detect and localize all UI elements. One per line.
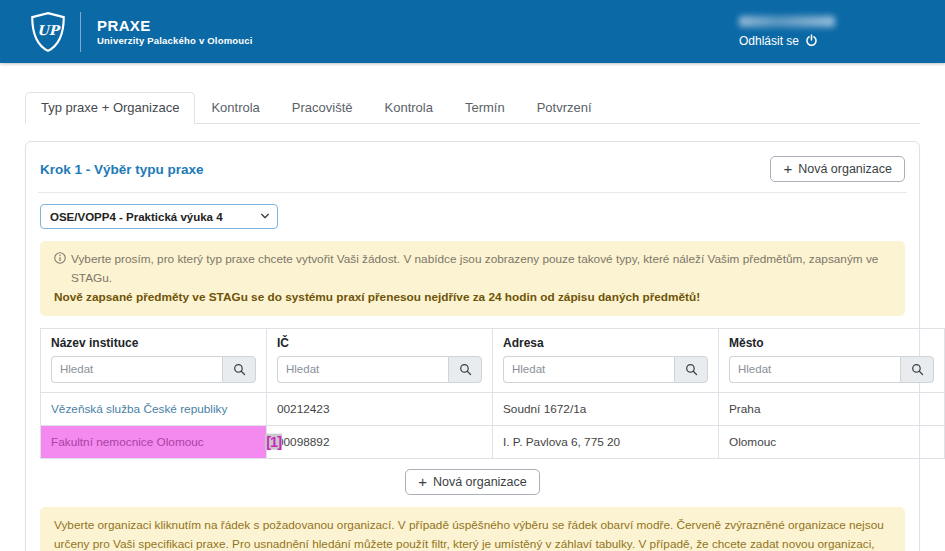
power-icon bbox=[805, 34, 818, 47]
highlighted-cell: Fakultní nemocnice Olomouc [1] bbox=[41, 425, 267, 458]
header-divider bbox=[80, 12, 81, 52]
header-user-area: Odhlásit se bbox=[739, 16, 818, 48]
app-title: PRAXE bbox=[97, 17, 253, 36]
info-alert-line2: Nově zapsané předměty ve STAGu se do sys… bbox=[54, 288, 891, 307]
search-icon bbox=[685, 363, 698, 376]
page-body: Typ praxe + Organizace Kontrola Pracoviš… bbox=[0, 92, 945, 551]
app-header: UP PRAXE Univerzity Palackého v Olomouci… bbox=[0, 0, 945, 63]
search-icon bbox=[911, 363, 924, 376]
column-header-mesto: Město bbox=[719, 328, 945, 352]
filter-city-input[interactable] bbox=[729, 356, 900, 383]
new-organization-label: Nová organizace bbox=[433, 475, 527, 489]
app-subtitle: Univerzity Palackého v Olomouci bbox=[97, 35, 253, 46]
annotation-mark-1: [1] bbox=[265, 433, 282, 450]
organization-city: Olomouc bbox=[719, 425, 945, 458]
organization-ic: 00098892 bbox=[267, 425, 493, 458]
card-header: Krok 1 - Výběr typu praxe + Nová organiz… bbox=[38, 154, 907, 193]
column-header-ic: IČ bbox=[267, 328, 493, 352]
info-icon bbox=[54, 252, 66, 264]
logo-monogram: UP bbox=[37, 21, 61, 37]
tab-pracoviste[interactable]: Pracoviště bbox=[276, 92, 369, 124]
step-title: Krok 1 - Výběr typu praxe bbox=[40, 162, 204, 177]
filter-city-search-button[interactable] bbox=[900, 356, 934, 383]
organization-ic: 00212423 bbox=[267, 392, 493, 425]
column-header-nazev-instituce: Název instituce bbox=[41, 328, 267, 352]
tab-typ-praxe-organizace[interactable]: Typ praxe + Organizace bbox=[25, 92, 195, 124]
organization-city: Praha bbox=[719, 392, 945, 425]
tab-kontrola-2[interactable]: Kontrola bbox=[369, 92, 449, 124]
organizations-table: Název instituce IČ Adresa Město Stav bbox=[40, 328, 945, 459]
plus-icon: + bbox=[418, 474, 427, 489]
practice-type-select-wrap: OSE/VOPP4 - Praktická výuka 4 bbox=[40, 204, 278, 229]
plus-icon: + bbox=[783, 161, 792, 176]
shield-logo-icon: UP bbox=[30, 11, 66, 53]
filter-name-input[interactable] bbox=[51, 356, 222, 383]
column-header-adresa: Adresa bbox=[493, 328, 719, 352]
table-header-row: Název instituce IČ Adresa Město Stav bbox=[41, 328, 945, 352]
filter-city-group bbox=[729, 356, 934, 383]
filter-address-group bbox=[503, 356, 708, 383]
table-row-fakultni-nemocnice[interactable]: Fakultní nemocnice Olomouc [1] 00098892 … bbox=[41, 425, 945, 458]
table-filter-row bbox=[41, 352, 945, 393]
app-title-block: PRAXE Univerzity Palackého v Olomouci bbox=[97, 17, 253, 47]
logout-button[interactable]: Odhlásit se bbox=[739, 34, 818, 48]
filter-address-search-button[interactable] bbox=[674, 356, 708, 383]
filter-name-search-button[interactable] bbox=[222, 356, 256, 383]
practice-type-select[interactable]: OSE/VOPP4 - Praktická výuka 4 bbox=[40, 204, 278, 229]
info-alert-top: Vyberte prosím, pro který typ praxe chce… bbox=[40, 241, 905, 316]
user-name-redacted bbox=[739, 16, 835, 27]
table-row-vezenska-sluzba[interactable]: Vězeňská služba České republiky 00212423… bbox=[41, 392, 945, 425]
logout-label: Odhlásit se bbox=[739, 34, 799, 48]
wizard-tabs: Typ praxe + Organizace Kontrola Pracoviš… bbox=[25, 92, 920, 124]
tab-potvrzeni[interactable]: Potvrzení bbox=[521, 92, 608, 124]
step-card: Krok 1 - Výběr typu praxe + Nová organiz… bbox=[25, 141, 920, 551]
filter-ic-group bbox=[277, 356, 482, 383]
organization-name-link[interactable]: Vězeňská služba České republiky bbox=[51, 402, 227, 416]
new-organization-button-bottom[interactable]: + Nová organizace bbox=[405, 469, 540, 495]
new-organization-label: Nová organizace bbox=[798, 162, 892, 176]
new-organization-button-top[interactable]: + Nová organizace bbox=[770, 156, 905, 182]
filter-ic-search-button[interactable] bbox=[448, 356, 482, 383]
info-alert-bottom: Vyberte organizaci kliknutím na řádek s … bbox=[40, 507, 905, 551]
info-alert-text: Vyberte prosím, pro který typ praxe chce… bbox=[71, 250, 891, 288]
filter-name-group bbox=[51, 356, 256, 383]
tab-kontrola-1[interactable]: Kontrola bbox=[195, 92, 275, 124]
university-logo: UP bbox=[30, 11, 66, 53]
tab-termin[interactable]: Termín bbox=[449, 92, 521, 124]
search-icon bbox=[233, 363, 246, 376]
info-alert-line1: Vyberte prosím, pro který typ praxe chce… bbox=[54, 250, 891, 288]
bottom-button-row: + Nová organizace bbox=[38, 469, 907, 495]
search-icon bbox=[459, 363, 472, 376]
organization-name-link[interactable]: Fakultní nemocnice Olomouc bbox=[51, 435, 204, 449]
organization-address: I. P. Pavlova 6, 775 20 bbox=[493, 425, 719, 458]
organization-address: Soudní 1672/1a bbox=[493, 392, 719, 425]
filter-ic-input[interactable] bbox=[277, 356, 448, 383]
filter-address-input[interactable] bbox=[503, 356, 674, 383]
